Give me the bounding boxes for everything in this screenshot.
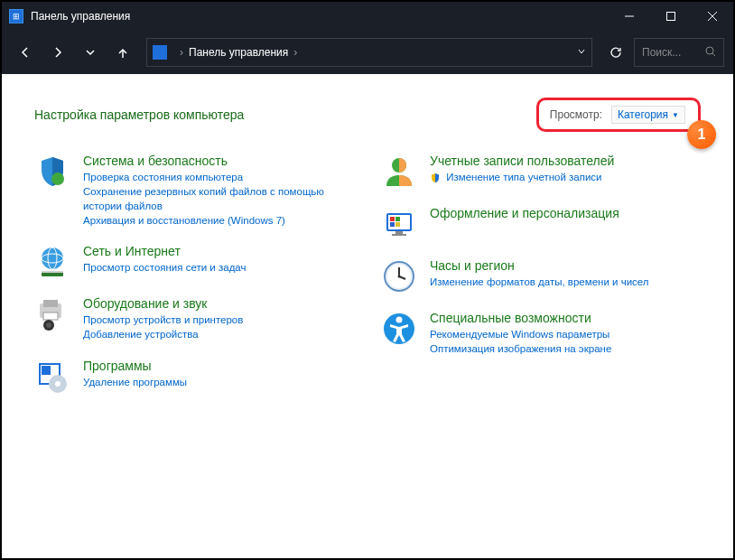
category-link[interactable]: Изменение форматов даты, времени и чисел — [430, 275, 701, 289]
shield-icon — [34, 154, 70, 190]
category-link[interactable]: Добавление устройства — [83, 327, 354, 341]
svg-point-21 — [55, 381, 60, 387]
monitor-personalization-icon — [381, 206, 417, 242]
chevron-down-icon[interactable] — [577, 46, 586, 59]
category-link[interactable]: Сохранение резервных копий файлов с помо… — [83, 184, 354, 213]
window-title: Панель управления — [31, 10, 609, 23]
maximize-button[interactable] — [650, 2, 692, 31]
category-hardware-sound: Оборудование и звук Просмотр устройств и… — [34, 296, 354, 341]
category-title[interactable]: Часы и регион — [430, 258, 701, 273]
page-heading: Настройка параметров компьютера — [34, 107, 536, 122]
category-user-accounts: Учетные записи пользователей Изменение т… — [381, 154, 701, 190]
svg-rect-29 — [395, 222, 400, 227]
category-link[interactable]: Изменение типа учетной записи — [430, 170, 701, 184]
svg-rect-1 — [667, 13, 675, 21]
navbar: › Панель управления › Поиск... — [2, 31, 733, 74]
minimize-button[interactable] — [609, 2, 650, 31]
category-link[interactable]: Просмотр устройств и принтеров — [83, 313, 354, 327]
search-input[interactable]: Поиск... — [634, 38, 724, 67]
user-icon — [381, 154, 417, 190]
category-title[interactable]: Учетные записи пользователей — [430, 154, 701, 168]
svg-rect-30 — [395, 231, 403, 234]
search-placeholder: Поиск... — [642, 46, 681, 59]
back-button[interactable] — [11, 38, 40, 67]
svg-line-6 — [712, 53, 715, 56]
programs-icon — [34, 359, 70, 395]
forward-button[interactable] — [43, 38, 72, 67]
svg-point-38 — [396, 317, 403, 323]
svg-rect-28 — [390, 222, 395, 227]
address-bar[interactable]: › Панель управления › — [146, 38, 592, 67]
svg-rect-15 — [43, 313, 58, 320]
clock-icon — [381, 258, 417, 294]
category-link[interactable]: Проверка состояния компьютера — [83, 170, 354, 184]
category-title[interactable]: Система и безопасность — [83, 154, 354, 168]
category-appearance: Оформление и персонализация — [381, 206, 701, 242]
svg-rect-27 — [395, 217, 400, 221]
category-accessibility: Специальные возможности Рекомендуемые Wi… — [381, 311, 701, 356]
svg-rect-31 — [392, 234, 406, 236]
accessibility-icon — [381, 311, 417, 347]
uac-shield-icon — [430, 173, 441, 183]
svg-point-17 — [46, 322, 51, 328]
chevron-right-icon: › — [180, 46, 183, 59]
content-area: Настройка параметров компьютера Просмотр… — [2, 74, 733, 558]
svg-rect-14 — [43, 300, 58, 307]
category-network: Сеть и Интернет Просмотр состояния сети … — [34, 244, 354, 280]
globe-network-icon — [34, 244, 70, 280]
svg-rect-12 — [42, 271, 63, 273]
callout-badge: 1 — [687, 120, 716, 149]
control-panel-icon — [153, 45, 167, 60]
category-link[interactable]: Рекомендуемые Windows параметры — [430, 327, 701, 341]
printer-camera-icon — [34, 296, 70, 332]
category-title[interactable]: Оборудование и звук — [83, 296, 354, 311]
category-title[interactable]: Специальные возможности — [430, 311, 701, 325]
category-title[interactable]: Программы — [83, 359, 354, 373]
recent-dropdown[interactable] — [76, 38, 105, 67]
chevron-down-icon: ▼ — [672, 111, 679, 119]
svg-point-36 — [398, 275, 401, 278]
view-control-highlight: Просмотр: Категория ▼ 1 — [536, 98, 701, 132]
category-clock-region: Часы и регион Изменение форматов даты, в… — [381, 258, 701, 294]
category-title[interactable]: Сеть и Интернет — [83, 244, 354, 258]
refresh-button[interactable] — [601, 38, 630, 67]
svg-point-7 — [51, 173, 64, 185]
category-link[interactable]: Удаление программы — [83, 375, 354, 389]
svg-rect-26 — [390, 217, 395, 221]
view-label: Просмотр: — [550, 108, 602, 121]
view-value: Категория — [618, 108, 668, 121]
chevron-right-icon: › — [293, 46, 297, 59]
category-link[interactable]: Архивация и восстановление (Windows 7) — [83, 213, 354, 228]
svg-point-8 — [42, 247, 63, 269]
left-column: Система и безопасность Проверка состояни… — [34, 154, 354, 395]
view-dropdown[interactable]: Категория ▼ — [611, 106, 685, 124]
category-link[interactable]: Оптимизация изображения на экране — [430, 341, 701, 356]
category-title[interactable]: Оформление и персонализация — [430, 206, 701, 220]
category-system-security: Система и безопасность Проверка состояни… — [34, 154, 354, 228]
svg-point-5 — [706, 47, 713, 54]
category-programs: Программы Удаление программы — [34, 359, 354, 395]
titlebar: ⊞ Панель управления — [2, 2, 733, 31]
category-link[interactable]: Просмотр состояния сети и задач — [83, 260, 354, 275]
breadcrumb-item[interactable]: Панель управления — [189, 46, 288, 59]
right-column: Учетные записи пользователей Изменение т… — [381, 154, 701, 395]
close-button[interactable] — [692, 2, 733, 31]
svg-rect-19 — [42, 366, 51, 375]
control-panel-icon: ⊞ — [9, 9, 23, 23]
search-icon — [705, 46, 716, 60]
up-button[interactable] — [108, 38, 137, 67]
